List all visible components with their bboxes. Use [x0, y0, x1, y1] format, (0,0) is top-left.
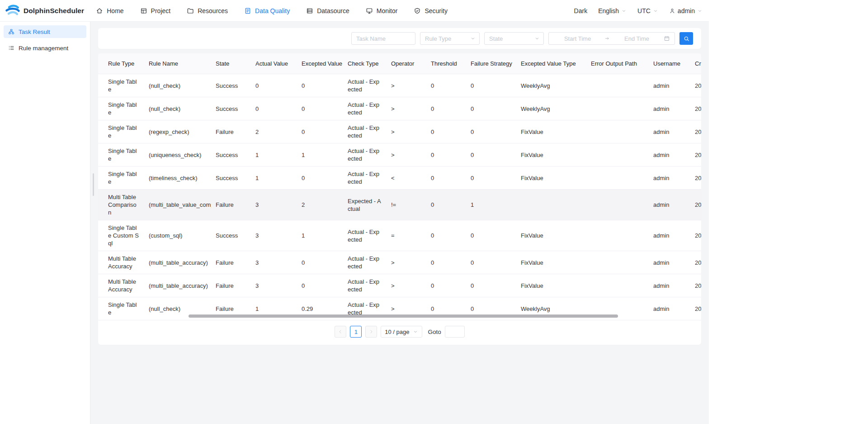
- search-icon: [683, 35, 690, 42]
- cell-threshold: 0: [426, 251, 466, 274]
- cell-operator: >: [387, 251, 426, 274]
- cell-username: admin: [649, 97, 690, 120]
- cell-actual-value: 1: [251, 143, 297, 167]
- cell-failure-strategy: 0: [466, 251, 516, 274]
- pagination-page-1[interactable]: 1: [350, 326, 362, 338]
- nav-item-datasource[interactable]: Datasource: [306, 7, 349, 14]
- cell-check-type: Actual - Expected: [343, 120, 387, 143]
- cell-failure-strategy: 0: [466, 97, 516, 120]
- brand[interactable]: DolphinScheduler: [5, 4, 84, 18]
- cell-operator: <: [387, 167, 426, 190]
- cell-error-output-path: [586, 220, 649, 251]
- column-header-create-time: Create Time: [690, 53, 701, 74]
- user-menu[interactable]: admin: [669, 7, 703, 14]
- start-time-placeholder: Start Time: [553, 35, 602, 42]
- cell-check-type: Actual - Expected: [343, 143, 387, 167]
- cell-check-type: Actual - Expected: [343, 220, 387, 251]
- cell-rule-type: Single Table: [98, 97, 144, 120]
- navbar-right: Dark English UTC admin: [574, 7, 703, 14]
- cell-failure-strategy: 0: [466, 167, 516, 190]
- table-row: Multi Table Accuracy(multi_table_accurac…: [98, 251, 701, 274]
- nav-item-project[interactable]: Project: [140, 7, 171, 14]
- cell-create-time: 20: [690, 143, 701, 167]
- language-select[interactable]: English: [598, 7, 627, 14]
- cell-actual-value: 2: [251, 120, 297, 143]
- column-header-excepted-value: Excepted Value: [297, 53, 343, 74]
- main-content: Rule Type State Start Time End Time: [90, 22, 709, 424]
- date-range-picker[interactable]: Start Time End Time: [548, 32, 675, 45]
- table-row: Multi Table Accuracy(multi_table_accurac…: [98, 274, 701, 297]
- column-header-actual-value: Actual Value: [251, 53, 297, 74]
- cell-create-time: 20: [690, 74, 701, 97]
- cell-excepted-value: 0: [297, 97, 343, 120]
- nav-item-monitor[interactable]: Monitor: [366, 7, 398, 14]
- cell-state: Success: [211, 220, 251, 251]
- sidebar-item-task-result[interactable]: Task Result: [4, 25, 86, 38]
- cell-rule-name: (multi_table_value_comp...: [144, 190, 211, 220]
- cell-failure-strategy: 1: [466, 190, 516, 220]
- column-header-rule-name: Rule Name: [144, 53, 211, 74]
- cell-check-type: Actual - Expected: [343, 167, 387, 190]
- cell-excepted-value: 0: [297, 74, 343, 97]
- page-size-select[interactable]: 10 / page: [381, 326, 422, 338]
- state-select[interactable]: State: [484, 32, 544, 45]
- task-result-table: Rule TypeRule NameStateActual ValueExcep…: [98, 53, 701, 320]
- task-name-input[interactable]: [352, 33, 415, 44]
- cell-rule-type: Single Table: [98, 143, 144, 167]
- cell-threshold: 0: [426, 167, 466, 190]
- goto-label: Goto: [428, 329, 441, 335]
- pagination: 1 10 / page Goto: [98, 320, 701, 345]
- cell-create-time: 20: [690, 167, 701, 190]
- cell-excepted-value: 1: [297, 143, 343, 167]
- goto-page-input[interactable]: [445, 326, 465, 338]
- cell-operator: >: [387, 74, 426, 97]
- cell-username: admin: [649, 143, 690, 167]
- nav-item-home[interactable]: Home: [96, 7, 123, 14]
- table-row: Single Table(regexp_check)Failure20Actua…: [98, 120, 701, 143]
- sidebar-scrollbar-thumb[interactable]: [93, 173, 94, 196]
- pagination-next-button[interactable]: [365, 326, 377, 338]
- cell-username: admin: [649, 274, 690, 297]
- cell-rule-name: (multi_table_accuracy): [144, 251, 211, 274]
- nav-item-security[interactable]: Security: [414, 7, 448, 14]
- pagination-prev-button[interactable]: [335, 326, 346, 338]
- nav-item-data-quality[interactable]: Data Quality: [244, 7, 290, 14]
- brand-title: DolphinScheduler: [24, 7, 84, 15]
- dolphinscheduler-logo: [5, 4, 21, 18]
- cell-excepted-value: 0: [297, 167, 343, 190]
- arrow-right-icon: [604, 36, 610, 41]
- nav-item-resources[interactable]: Resources: [187, 7, 228, 14]
- cell-actual-value: 3: [251, 251, 297, 274]
- column-header-operator: Operator: [387, 53, 426, 74]
- sidebar-item-rule-management[interactable]: Rule management: [4, 42, 86, 54]
- cell-create-time: 20: [690, 220, 701, 251]
- chevron-down-icon: [697, 8, 703, 14]
- theme-toggle[interactable]: Dark: [574, 7, 588, 14]
- timezone-label: UTC: [637, 7, 651, 14]
- timezone-select[interactable]: UTC: [637, 7, 658, 14]
- cell-check-type: Actual - Expected: [343, 274, 387, 297]
- cell-username: admin: [649, 167, 690, 190]
- cell-actual-value: 0: [251, 97, 297, 120]
- column-header-excepted-value-type: Excepted Value Type: [516, 53, 586, 74]
- task-result-table-card: Rule TypeRule NameStateActual ValueExcep…: [98, 53, 701, 345]
- chevron-down-icon: [470, 36, 476, 41]
- horizontal-scrollbar-thumb[interactable]: [189, 314, 618, 318]
- theme-toggle-label: Dark: [574, 7, 588, 14]
- sidebar: Task ResultRule management: [0, 22, 90, 424]
- cell-excepted-value: 0: [297, 251, 343, 274]
- sidebar-item-label: Task Result: [19, 29, 50, 35]
- cell-error-output-path: [586, 97, 649, 120]
- search-button[interactable]: [679, 32, 693, 45]
- nav-item-label: Project: [151, 7, 171, 14]
- cell-threshold: 0: [426, 74, 466, 97]
- column-header-check-type: Check Type: [343, 53, 387, 74]
- nav-item-label: Security: [425, 7, 448, 14]
- task-name-input-wrap: [351, 32, 415, 45]
- cell-state: Success: [211, 143, 251, 167]
- cell-state: Success: [211, 74, 251, 97]
- rule-type-select[interactable]: Rule Type: [420, 32, 480, 45]
- nav-item-label: Data Quality: [255, 7, 290, 14]
- cell-username: admin: [649, 190, 690, 220]
- cell-excepted-value-type: WeeklyAvg: [516, 74, 586, 97]
